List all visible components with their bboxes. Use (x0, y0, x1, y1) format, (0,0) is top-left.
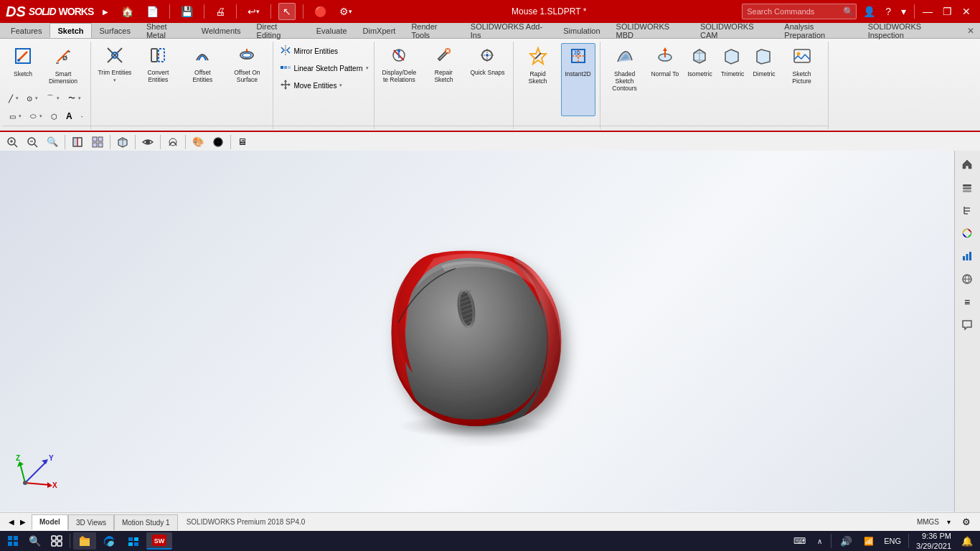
tab-render-tools[interactable]: Render Tools (403, 23, 462, 38)
spline-button[interactable]: 〜 ▾ (65, 90, 85, 106)
start-button[interactable] (3, 534, 23, 548)
dimetric-button[interactable]: Dimetric (749, 43, 778, 116)
settings-icon-button[interactable]: ⚙ (958, 514, 974, 531)
polygon-button[interactable]: ⬡ (47, 108, 61, 124)
help-button[interactable]: ? (882, 4, 895, 19)
sketch-picture-button[interactable]: Sketch Picture (781, 43, 824, 116)
offset-entities-button[interactable]: Offset Entities (181, 43, 224, 116)
expand-arrow-button[interactable]: ▶ (99, 6, 112, 18)
taskbar-windows-explorer[interactable] (122, 532, 145, 550)
cursor-button[interactable]: ↖ (278, 3, 296, 20)
trim-entities-button[interactable]: Trim Entities ▾ (94, 43, 135, 116)
line-button[interactable]: ╱ ▾ (6, 90, 22, 106)
network-button[interactable]: 📶 (859, 535, 878, 547)
shaded-contours-button[interactable]: Shaded Sketch Contours (603, 43, 646, 116)
tab-sw-addins[interactable]: SOLIDWORKS Add-Ins (463, 23, 555, 38)
repair-sketch-button[interactable]: Repair Sketch (422, 43, 465, 116)
circle-button[interactable]: ⊙ ▾ (23, 90, 42, 106)
model-tab[interactable]: Model (32, 514, 68, 530)
rp-chat-button[interactable] (956, 314, 978, 336)
normal-to-button[interactable]: Normal To (648, 43, 683, 116)
search-taskbar-button[interactable]: 🔍 (24, 534, 45, 548)
home-button[interactable]: 🏠 (118, 4, 137, 19)
convert-entities-button[interactable]: Convert Entities (136, 43, 179, 116)
slot-button[interactable]: ⬭ ▾ (27, 108, 46, 124)
zoom-out-button[interactable] (23, 133, 42, 151)
rapid-sketch-button[interactable]: Rapid Sketch (517, 43, 560, 116)
clock-display[interactable]: 9:36 PM 3/29/2021 (913, 531, 954, 551)
rp-menu-button[interactable]: ≡ (956, 291, 978, 313)
zoom-box-button[interactable]: 🔍 (43, 133, 62, 151)
isometric-button[interactable]: Isometric (684, 43, 715, 116)
minimize-button[interactable]: — (919, 4, 936, 19)
keyboard-icon[interactable]: ⌨ (789, 534, 810, 547)
rp-home-button[interactable] (956, 154, 978, 175)
ribbon-tab-close-button[interactable]: ✕ (961, 24, 980, 38)
smart-dimension-button[interactable]: Ø Smart Dimension (42, 43, 85, 88)
user-button[interactable]: 👤 (859, 4, 879, 19)
help-dropdown-button[interactable]: ▾ (897, 4, 910, 19)
appearance-button[interactable] (209, 133, 227, 151)
rp-layers-button[interactable] (956, 176, 978, 198)
rp-color-button[interactable] (956, 222, 978, 244)
undo-button[interactable]: ↩▾ (244, 4, 263, 19)
close-button[interactable]: ✕ (958, 4, 974, 19)
zoom-to-fit-button[interactable] (3, 133, 22, 151)
rebuild-button[interactable]: 🔴 (311, 4, 330, 19)
taskbar-solidworks[interactable]: SW (146, 532, 172, 550)
tab-sw-mbd[interactable]: SOLIDWORKS MBD (608, 23, 692, 38)
motion-study-tab[interactable]: Motion Study 1 (114, 514, 178, 530)
taskbar-edge[interactable] (98, 532, 121, 550)
taskbar-file-explorer[interactable] (73, 532, 96, 550)
tab-sw-cam[interactable]: SOLIDWORKS CAM (692, 23, 776, 38)
cube-view-button[interactable] (113, 133, 132, 151)
search-input[interactable] (742, 4, 857, 19)
tab-evaluate[interactable]: Evaluate (308, 23, 355, 38)
units-dropdown-button[interactable]: ▾ (945, 514, 953, 531)
display-delete-button[interactable]: Display/Delete Relations (377, 43, 420, 116)
tab-dimxpert[interactable]: DimXpert (355, 23, 404, 38)
tab-direct-editing[interactable]: Direct Editing (249, 23, 308, 38)
rp-globe-button[interactable] (956, 268, 978, 290)
section-view-button[interactable] (68, 133, 87, 151)
notification-button[interactable]: 🔔 (957, 534, 977, 548)
rect-button[interactable]: ▭ ▾ (6, 108, 25, 124)
scene-bg-button[interactable]: 🎨 (189, 133, 207, 151)
tab-sketch[interactable]: Sketch (50, 23, 91, 38)
new-button[interactable]: 📄 (143, 4, 162, 19)
mirror-entities-button[interactable]: Mirror Entities (276, 43, 369, 59)
monitor-button[interactable]: 🖥 (234, 133, 250, 151)
instant2d-button[interactable]: 2D Instant2D (561, 43, 595, 116)
tab-analysis[interactable]: Analysis Preparation (776, 23, 859, 38)
quick-snaps-button[interactable]: Quick Snaps (466, 43, 508, 116)
trimetric-button[interactable]: Trimetric (717, 43, 748, 116)
tab-weldments[interactable]: Weldments (194, 23, 249, 38)
next-sheet-button[interactable]: ▶ (17, 514, 29, 531)
tray-chevron-button[interactable]: ∧ (813, 536, 826, 547)
arc-button[interactable]: ⌒ ▾ (43, 90, 63, 106)
linear-pattern-button[interactable]: Linear Sketch Pattern ▾ (276, 60, 369, 76)
rp-tree-button[interactable] (956, 199, 978, 221)
volume-button[interactable]: 🔊 (836, 534, 857, 548)
tab-simulation[interactable]: Simulation (555, 23, 608, 38)
display-style-button[interactable] (164, 133, 182, 151)
restore-button[interactable]: ❐ (939, 4, 956, 19)
save-button[interactable]: 💾 (177, 4, 197, 19)
tab-sheet-metal[interactable]: Sheet Metal (138, 23, 194, 38)
3d-views-tab[interactable]: 3D Views (68, 514, 114, 530)
hide-show-button[interactable] (138, 133, 157, 151)
sketch-button[interactable]: Sketch (6, 43, 40, 88)
print-button[interactable]: 🖨 (212, 4, 229, 19)
view-orient-button[interactable] (88, 133, 107, 151)
options-button[interactable]: ⚙▾ (336, 4, 356, 19)
text-button[interactable]: A (62, 108, 76, 124)
tab-features[interactable]: Features (3, 23, 50, 38)
offset-surface-button[interactable]: Offset On Surface (225, 43, 268, 116)
task-view-button[interactable] (47, 534, 67, 548)
prev-sheet-button[interactable]: ◀ (6, 514, 17, 531)
rp-chart-button[interactable] (956, 245, 978, 267)
tab-surfaces[interactable]: Surfaces (92, 23, 138, 38)
move-entities-button[interactable]: Move Entities ▾ (276, 77, 369, 93)
tab-sw-inspection[interactable]: SOLIDWORKS Inspection (860, 23, 961, 38)
point-button[interactable]: · (77, 108, 87, 124)
